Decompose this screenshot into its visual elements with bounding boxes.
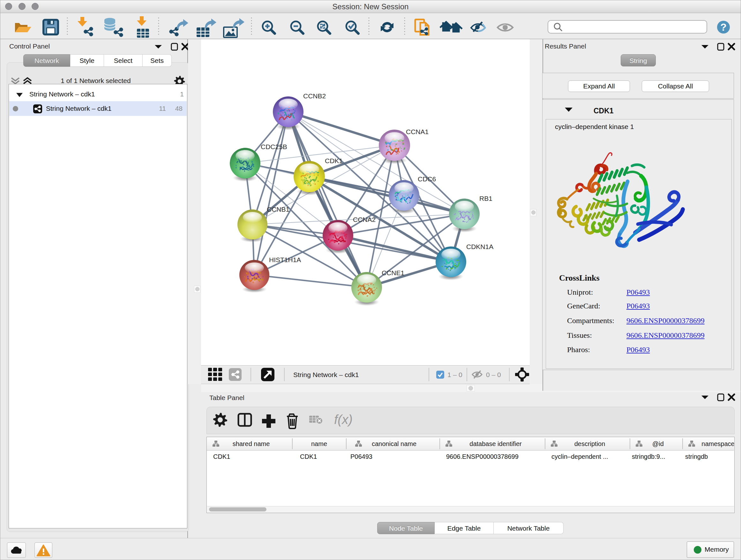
svg-text:name: name <box>311 440 327 447</box>
svg-text:CDC25B: CDC25B <box>261 143 287 150</box>
svg-text:@id: @id <box>652 440 664 447</box>
svg-text:description: description <box>575 440 605 447</box>
svg-text:?: ? <box>720 21 727 33</box>
svg-text:f(x): f(x) <box>334 413 353 427</box>
svg-text:CCNB2: CCNB2 <box>303 92 326 100</box>
svg-text:String Network – cdk1: String Network – cdk1 <box>293 371 359 378</box>
svg-text:RB1: RB1 <box>479 195 492 202</box>
svg-text:CCNB1: CCNB1 <box>267 206 289 213</box>
svg-text:1 – 0: 1 – 0 <box>448 371 462 378</box>
svg-text:HIST1H1A: HIST1H1A <box>269 256 301 263</box>
svg-text:namespace: namespace <box>701 440 734 447</box>
svg-text:CCNA2: CCNA2 <box>353 216 376 223</box>
svg-text:CCNE1: CCNE1 <box>382 269 404 276</box>
svg-text:canonical name: canonical name <box>372 440 416 447</box>
svg-text:shared name: shared name <box>232 440 270 447</box>
svg-text:CDK1: CDK1 <box>325 157 343 165</box>
svg-text:database identifier: database identifier <box>469 440 522 447</box>
svg-text:0 – 0: 0 – 0 <box>486 371 501 378</box>
svg-text:CDC6: CDC6 <box>418 175 436 183</box>
svg-text:CCNA1: CCNA1 <box>406 128 428 135</box>
svg-text:CDKN1A: CDKN1A <box>466 243 493 250</box>
